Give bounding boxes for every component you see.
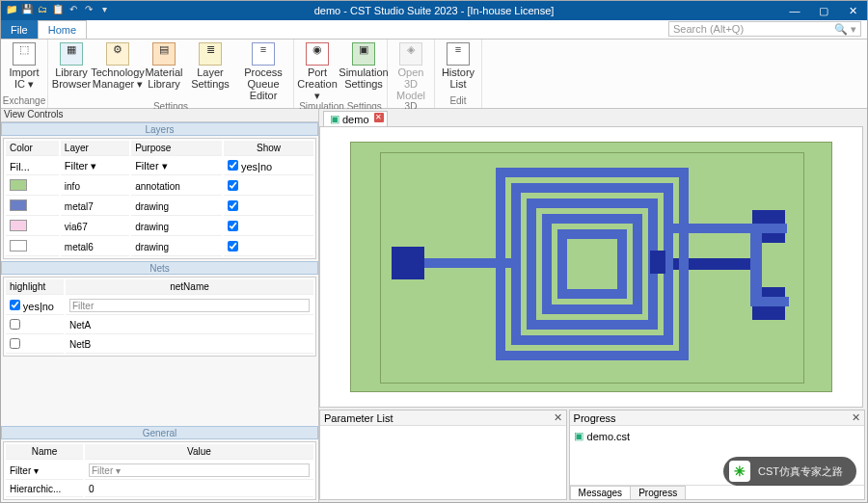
icon-copy[interactable]: 📋 xyxy=(51,3,65,16)
tab-messages[interactable]: Messages xyxy=(570,486,632,499)
parameter-list-panel: Parameter List✕ xyxy=(319,410,567,500)
icon-dd[interactable]: ▾ xyxy=(97,3,111,16)
layer-row[interactable]: infoannotation xyxy=(6,177,313,196)
show-all-checkbox[interactable] xyxy=(228,160,238,171)
general-filter-input[interactable] xyxy=(89,463,310,477)
process-queue-button[interactable]: ≡Process Queue Editor xyxy=(233,42,293,101)
qat[interactable]: 📁 💾 🗂 📋 ↶ ↷ ▾ xyxy=(5,3,111,16)
file-icon: ▣ xyxy=(574,430,583,442)
icon-saveall[interactable]: 🗂 xyxy=(36,3,49,16)
icon-redo[interactable]: ↷ xyxy=(82,3,95,16)
bottom-tabs: Messages Progress xyxy=(570,485,864,499)
maximize-button[interactable]: ▢ xyxy=(809,1,838,20)
titlebar: 📁 💾 🗂 📋 ↶ ↷ ▾ demo - CST Studio Suite 20… xyxy=(1,1,867,20)
minimize-button[interactable]: — xyxy=(780,1,809,20)
progress-panel: Progress✕ ▣ demo.cst Messages Progress xyxy=(569,410,865,500)
net-row[interactable]: NetB xyxy=(6,336,313,354)
icon-undo[interactable]: ↶ xyxy=(67,3,80,16)
chip-icon: ▣ xyxy=(330,113,339,125)
progress-item: demo.cst xyxy=(587,431,631,442)
open-3d-button[interactable]: ◈Open 3D Model xyxy=(388,42,434,101)
design-view xyxy=(350,142,832,392)
layer-table: ColorLayerPurposeShow Fil... Filter ▾ Fi… xyxy=(3,138,316,259)
window-title: demo - CST Studio Suite 2023 - [In-house… xyxy=(314,5,555,16)
icon-folder[interactable]: 📁 xyxy=(5,3,18,16)
ribbon: ⬚Import IC ▾ Exchange ▦Library Browser ⚙… xyxy=(1,40,867,109)
layer-row[interactable]: metal6drawing xyxy=(6,238,313,256)
watermark: ✳ CST仿真专家之路 xyxy=(723,457,856,486)
doc-tab-demo[interactable]: ▣ demo ✕ xyxy=(323,111,388,126)
close-progress-button[interactable]: ✕ xyxy=(852,411,860,424)
history-list-button[interactable]: ≡History List xyxy=(435,42,481,90)
tab-progress[interactable]: Progress xyxy=(630,486,686,499)
search-icon: 🔍 ▾ xyxy=(834,23,856,36)
net-filter-input[interactable] xyxy=(69,299,310,312)
right-panel: ▣ demo ✕ xyxy=(319,109,867,502)
menu-row: File Home Search (Alt+Q) 🔍 ▾ xyxy=(1,20,867,40)
import-ic-button[interactable]: ⬚Import IC ▾ xyxy=(1,42,47,90)
general-table: NameValue Filter ▾ Hierarchic...0 xyxy=(3,441,316,500)
wechat-icon: ✳ xyxy=(729,461,750,482)
search-input[interactable]: Search (Alt+Q) 🔍 ▾ xyxy=(668,21,861,37)
sim-settings-button[interactable]: ▣Simulation Settings xyxy=(340,42,387,101)
close-param-button[interactable]: ✕ xyxy=(554,411,562,424)
section-layers[interactable]: Layers xyxy=(1,122,318,136)
nets-table: highlightnetName yes|no NetA NetB xyxy=(3,277,316,357)
layer-row[interactable]: via67drawing xyxy=(6,218,313,236)
doc-tabs: ▣ demo ✕ xyxy=(319,109,867,126)
section-general[interactable]: General xyxy=(1,426,318,439)
view-controls-header: View Controls xyxy=(1,109,318,122)
design-canvas[interactable] xyxy=(319,126,863,408)
left-panel: View Controls Layers ColorLayerPurposeSh… xyxy=(1,109,319,502)
tech-manager-button[interactable]: ⚙Technology Manager ▾ xyxy=(95,42,141,101)
section-nets[interactable]: Nets xyxy=(1,261,318,275)
layer-settings-button[interactable]: ≣Layer Settings xyxy=(187,42,233,101)
close-tab-button[interactable]: ✕ xyxy=(374,113,384,122)
material-library-button[interactable]: ▤Material Library xyxy=(141,42,187,101)
icon-save[interactable]: 💾 xyxy=(20,3,34,16)
library-browser-button[interactable]: ▦Library Browser xyxy=(48,42,95,101)
menu-file[interactable]: File xyxy=(1,20,38,39)
menu-home[interactable]: Home xyxy=(38,20,87,39)
layer-row[interactable]: metal7drawing xyxy=(6,198,313,216)
close-button[interactable]: ✕ xyxy=(838,1,867,20)
net-row[interactable]: NetA xyxy=(6,317,313,334)
port-creation-button[interactable]: ◉Port Creation ▾ xyxy=(294,42,340,101)
